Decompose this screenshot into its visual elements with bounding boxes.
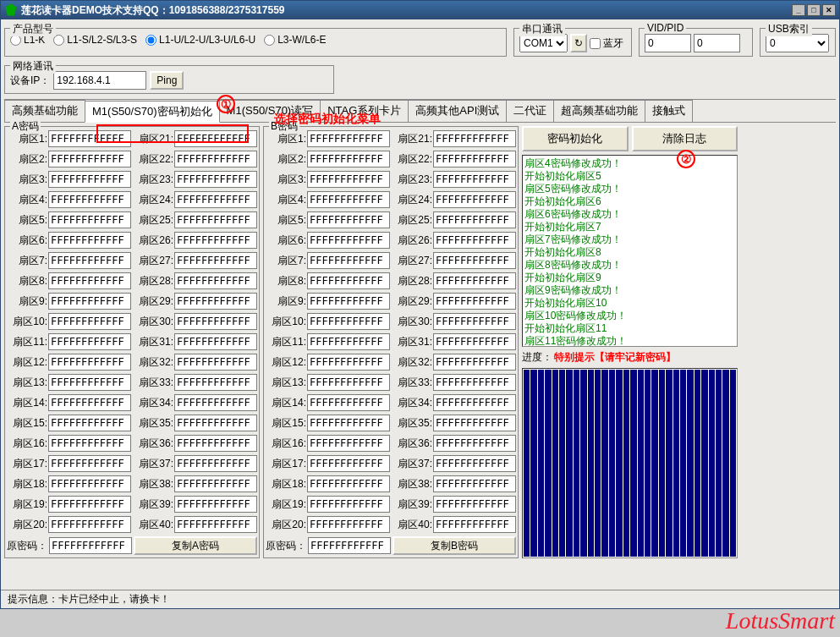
copy-password-a-button[interactable]: 复制A密码 <box>134 536 257 555</box>
ping-button[interactable]: Ping <box>150 71 184 90</box>
sector-passA-input-24[interactable] <box>174 191 257 208</box>
pid-input[interactable] <box>694 34 740 52</box>
radio-l1s[interactable]: L1-S/L2-S/L3-S <box>53 34 137 46</box>
sector-passB-input-27[interactable] <box>433 252 516 269</box>
sector-passA-input-38[interactable] <box>174 475 257 492</box>
sector-passA-input-12[interactable] <box>48 354 131 371</box>
sector-passB-input-12[interactable] <box>307 354 390 371</box>
sector-passB-input-37[interactable] <box>433 455 516 472</box>
sector-passA-input-20[interactable] <box>48 516 131 533</box>
sector-passB-input-26[interactable] <box>433 232 516 249</box>
sector-passA-input-5[interactable] <box>48 211 131 228</box>
device-ip-input[interactable] <box>53 71 146 90</box>
bluetooth-checkbox[interactable]: 蓝牙 <box>590 36 623 51</box>
sector-passA-input-29[interactable] <box>174 293 257 310</box>
sector-passA-input-16[interactable] <box>48 435 131 452</box>
clear-log-button[interactable]: 清除日志 <box>632 126 738 151</box>
sector-passA-input-22[interactable] <box>174 151 257 167</box>
sector-passB-input-14[interactable] <box>307 394 390 411</box>
sector-passA-input-23[interactable] <box>174 171 257 188</box>
sector-passB-input-16[interactable] <box>307 435 390 452</box>
sector-passA-input-6[interactable] <box>48 232 131 249</box>
sector-passA-input-11[interactable] <box>48 333 131 350</box>
sector-passA-input-35[interactable] <box>174 415 257 431</box>
sector-passA-input-17[interactable] <box>48 455 131 472</box>
sector-passA-input-31[interactable] <box>174 333 257 350</box>
sector-passB-input-34[interactable] <box>433 394 516 411</box>
copy-password-b-button[interactable]: 复制B密码 <box>393 536 516 555</box>
orig-password-a-input[interactable] <box>49 537 132 554</box>
sector-passB-input-5[interactable] <box>307 211 390 228</box>
sector-passB-input-13[interactable] <box>307 374 390 391</box>
sector-passB-input-33[interactable] <box>433 374 516 391</box>
tab-4[interactable]: 高频其他API测试 <box>408 100 507 122</box>
orig-password-b-input[interactable] <box>308 537 391 554</box>
sector-passB-input-2[interactable] <box>307 151 390 167</box>
sector-passA-input-15[interactable] <box>48 415 131 431</box>
sector-passA-input-28[interactable] <box>174 272 257 289</box>
sector-passB-input-40[interactable] <box>433 516 516 533</box>
sector-passB-input-3[interactable] <box>307 171 390 188</box>
sector-passB-input-39[interactable] <box>433 496 516 513</box>
refresh-com-button[interactable]: ↻ <box>570 34 587 52</box>
radio-l1u[interactable]: L1-U/L2-U/L3-U/L6-U <box>145 34 255 46</box>
maximize-button[interactable]: □ <box>807 4 821 16</box>
sector-passA-input-26[interactable] <box>174 232 257 249</box>
sector-passB-input-30[interactable] <box>433 313 516 330</box>
sector-passA-input-40[interactable] <box>174 516 257 533</box>
sector-passA-input-25[interactable] <box>174 211 257 228</box>
sector-passA-input-4[interactable] <box>48 191 131 208</box>
sector-passA-input-14[interactable] <box>48 394 131 411</box>
sector-passB-input-28[interactable] <box>433 272 516 289</box>
minimize-button[interactable]: _ <box>792 4 805 16</box>
sector-passB-input-1[interactable] <box>307 130 390 147</box>
sector-passB-input-20[interactable] <box>307 516 390 533</box>
sector-passB-input-23[interactable] <box>433 171 516 188</box>
sector-passA-input-18[interactable] <box>48 475 131 492</box>
sector-passA-input-7[interactable] <box>48 252 131 269</box>
sector-passB-input-25[interactable] <box>433 211 516 228</box>
sector-passA-input-13[interactable] <box>48 374 131 391</box>
sector-passA-input-34[interactable] <box>174 394 257 411</box>
sector-passB-input-22[interactable] <box>433 151 516 167</box>
sector-passB-input-11[interactable] <box>307 333 390 350</box>
radio-l3w[interactable]: L3-W/L6-E <box>264 34 326 46</box>
sector-passB-input-9[interactable] <box>307 293 390 310</box>
sector-passA-input-39[interactable] <box>174 496 257 513</box>
sector-passA-input-33[interactable] <box>174 374 257 391</box>
tab-6[interactable]: 超高频基础功能 <box>553 100 645 122</box>
sector-passB-input-17[interactable] <box>307 455 390 472</box>
tab-7[interactable]: 接触式 <box>645 100 693 122</box>
com-select[interactable]: COM1 <box>519 34 568 52</box>
tab-3[interactable]: NTAG系列卡片 <box>320 100 409 122</box>
sector-passA-input-32[interactable] <box>174 354 257 371</box>
sector-passA-input-27[interactable] <box>174 252 257 269</box>
sector-passB-input-19[interactable] <box>307 496 390 513</box>
sector-passB-input-6[interactable] <box>307 232 390 249</box>
sector-passB-input-8[interactable] <box>307 272 390 289</box>
log-output[interactable]: 扇区4密码修改成功！开始初始化扇区5扇区5密码修改成功！开始初始化扇区6扇区6密… <box>522 155 738 347</box>
tab-1[interactable]: M1(S50/S70)密码初始化 <box>85 101 220 123</box>
sector-passB-input-32[interactable] <box>433 354 516 371</box>
sector-passB-input-4[interactable] <box>307 191 390 208</box>
sector-passB-input-29[interactable] <box>433 293 516 310</box>
sector-passA-input-36[interactable] <box>174 435 257 452</box>
sector-passA-input-19[interactable] <box>48 496 131 513</box>
sector-passB-input-18[interactable] <box>307 475 390 492</box>
sector-passA-input-10[interactable] <box>48 313 131 330</box>
tab-5[interactable]: 二代证 <box>506 100 554 122</box>
sector-passA-input-37[interactable] <box>174 455 257 472</box>
titlebar[interactable]: 莲花读卡器DEMO技术支持QQ：1091856388/2375317559 _ … <box>1 1 839 19</box>
sector-passB-input-15[interactable] <box>307 415 390 431</box>
vid-input[interactable] <box>645 34 691 52</box>
sector-passA-input-8[interactable] <box>48 272 131 289</box>
sector-passB-input-24[interactable] <box>433 191 516 208</box>
usb-index-select[interactable]: 0 <box>766 34 829 52</box>
sector-passB-input-10[interactable] <box>307 313 390 330</box>
sector-passB-input-7[interactable] <box>307 252 390 269</box>
close-button[interactable]: ✕ <box>822 4 836 16</box>
sector-passB-input-38[interactable] <box>433 475 516 492</box>
sector-passB-input-31[interactable] <box>433 333 516 350</box>
sector-passB-input-36[interactable] <box>433 435 516 452</box>
sector-passA-input-9[interactable] <box>48 293 131 310</box>
